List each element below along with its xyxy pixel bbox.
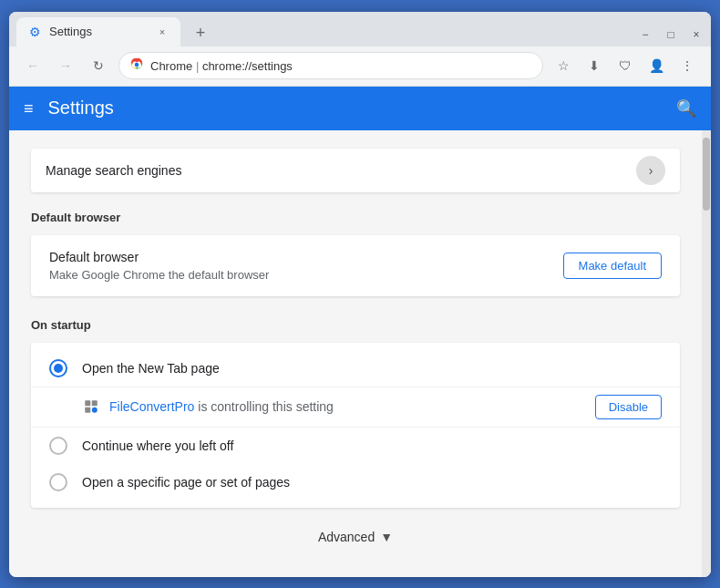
on-startup-section-title: On startup (31, 318, 680, 332)
settings-header: ≡ Settings 🔍 (9, 87, 711, 130)
window-controls: − □ × (638, 28, 704, 46)
avatar-button[interactable]: 👤 (643, 53, 669, 78)
scrollbar-track[interactable] (702, 130, 711, 577)
make-default-button[interactable]: Make default (563, 253, 662, 279)
close-window-button[interactable]: × (689, 28, 704, 41)
svg-point-0 (135, 62, 139, 67)
startup-option-1[interactable]: Open the New Tab page (31, 350, 680, 387)
forward-icon: → (59, 58, 72, 73)
default-browser-card: Default browser Make Google Chrome the d… (31, 235, 680, 296)
extension-row: FileConvertPro is controlling this setti… (31, 387, 680, 428)
url-path: chrome://settings (202, 59, 293, 73)
advanced-label: Advanced (318, 530, 375, 544)
chrome-logo-icon (130, 58, 143, 74)
radio-specific-page-label: Open a specific page or set of pages (82, 475, 290, 490)
avatar-icon: 👤 (649, 58, 664, 73)
search-icon[interactable]: 🔍 (676, 98, 696, 119)
advanced-arrow-icon: ▼ (380, 530, 393, 544)
on-startup-section: On startup Open the New Tab page (31, 318, 680, 508)
radio-new-tab[interactable] (49, 359, 67, 377)
default-browser-info: Default browser Make Google Chrome the d… (49, 250, 269, 282)
svg-rect-3 (85, 407, 90, 413)
radio-continue[interactable] (49, 437, 67, 455)
manage-search-label: Manage search engines (46, 163, 181, 178)
active-tab[interactable]: ⚙ Settings × (16, 17, 180, 46)
refresh-button[interactable]: ↻ (86, 53, 111, 78)
url-origin: Chrome (150, 59, 192, 73)
shield-button[interactable]: 🛡 (612, 53, 638, 78)
bookmark-icon: ☆ (558, 58, 570, 73)
address-bar: ← → ↻ Chrome | chrome://settings (9, 46, 711, 87)
download-icon: ⬇ (589, 58, 600, 73)
extension-link[interactable]: FileConvertPro (109, 399, 194, 414)
startup-option-3[interactable]: Open a specific page or set of pages (31, 464, 680, 500)
tab-title: Settings (49, 25, 148, 38)
url-text: Chrome | chrome://settings (150, 59, 293, 73)
menu-icon[interactable]: ≡ (24, 100, 34, 117)
new-tab-button[interactable]: + (188, 21, 213, 46)
advanced-row[interactable]: Advanced ▼ (31, 530, 680, 544)
bookmark-button[interactable]: ☆ (550, 53, 576, 78)
radio-specific-page[interactable] (49, 473, 67, 491)
startup-card: Open the New Tab page (31, 343, 680, 508)
minimize-button[interactable]: − (638, 28, 653, 41)
svg-point-4 (92, 407, 98, 413)
radio-new-tab-label: Open the New Tab page (82, 361, 220, 376)
startup-option-2[interactable]: Continue where you left off (31, 428, 680, 464)
back-button[interactable]: ← (20, 53, 46, 78)
shield-icon: 🛡 (619, 58, 632, 73)
chevron-right-icon: › (649, 163, 653, 178)
default-browser-section-title: Default browser (31, 211, 680, 224)
extension-icon (82, 397, 100, 416)
content-area: Manage search engines › Default browser … (9, 130, 702, 577)
more-button[interactable]: ⋮ (674, 53, 700, 78)
url-bar[interactable]: Chrome | chrome://settings (118, 52, 543, 79)
title-bar: ⚙ Settings × + − □ × (9, 12, 711, 46)
header-title: Settings (48, 98, 662, 119)
download-button[interactable]: ⬇ (581, 53, 607, 78)
back-icon: ← (26, 58, 39, 73)
extension-rest-text: is controlling this setting (194, 399, 334, 414)
disable-extension-button[interactable]: Disable (595, 395, 662, 419)
default-browser-label: Default browser (49, 250, 269, 264)
default-browser-sublabel: Make Google Chrome the default browser (49, 268, 269, 282)
maximize-button[interactable]: □ (663, 28, 678, 41)
svg-rect-2 (92, 400, 98, 406)
address-actions: ☆ ⬇ 🛡 👤 ⋮ (550, 53, 700, 78)
tab-strip: ⚙ Settings × + (16, 17, 638, 46)
forward-button[interactable]: → (53, 53, 78, 78)
browser-window: ⚙ Settings × + − □ × ← → ↻ (9, 12, 711, 577)
tab-favicon-icon: ⚙ (27, 25, 42, 39)
radio-selected-dot (54, 364, 63, 373)
tab-close-button[interactable]: × (155, 25, 170, 39)
main-content: Manage search engines › Default browser … (9, 130, 711, 577)
default-browser-section: Default browser Default browser Make Goo… (31, 211, 680, 296)
scrollbar-thumb[interactable] (703, 138, 710, 211)
more-icon: ⋮ (681, 58, 694, 73)
radio-continue-label: Continue where you left off (82, 438, 233, 453)
refresh-icon: ↻ (93, 58, 104, 73)
extension-text: FileConvertPro is controlling this setti… (109, 399, 334, 414)
manage-search-chevron[interactable]: › (636, 156, 665, 185)
manage-search-row[interactable]: Manage search engines › (31, 149, 680, 192)
extension-info: FileConvertPro is controlling this setti… (82, 397, 334, 416)
svg-rect-1 (85, 400, 90, 406)
